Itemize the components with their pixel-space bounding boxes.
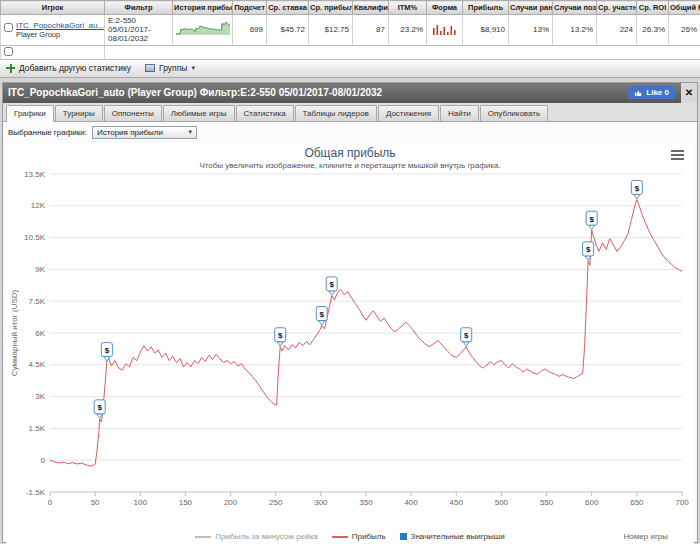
- col-header-avg-stake[interactable]: Ср. ставка: [267, 1, 309, 15]
- empty-row-checkbox[interactable]: [4, 47, 13, 56]
- profit-chart[interactable]: -1.5K01.5K3K4.5K6K7.5K9K10.5K12K13.5K050…: [6, 170, 694, 530]
- profit-sparkline-chart: [176, 21, 230, 36]
- player-detail-panel: ITC_PopochkaGori_auto (Player Group) Фил…: [2, 82, 698, 543]
- row-checkbox[interactable]: [4, 23, 13, 32]
- col-header-total-roi[interactable]: Общий ROI: [669, 1, 700, 15]
- svg-text:500: 500: [495, 498, 509, 507]
- late-cases-cell: 13.2%: [553, 15, 597, 46]
- groups-button[interactable]: Группы ▾: [145, 63, 195, 73]
- legend-item-significant-wins[interactable]: Значительные выигрыши: [400, 532, 505, 541]
- selected-charts-label: Выбранные графики:: [8, 128, 87, 137]
- tab-publish[interactable]: Опубликовать: [480, 105, 548, 121]
- add-icon: [6, 64, 15, 73]
- facebook-like-button[interactable]: Like 0: [628, 86, 675, 99]
- tab-leaderboards[interactable]: Таблицы лидеров: [295, 105, 377, 121]
- svg-text:13.5K: 13.5K: [24, 170, 46, 179]
- profit-cell: $8,910: [463, 15, 509, 46]
- empty-table-row: [1, 45, 700, 59]
- col-header-avg-profit[interactable]: Ср. прибыль: [309, 1, 353, 15]
- svg-text:700: 700: [675, 498, 689, 507]
- filter-cell: E:2-550 05/01/2017- 08/01/2032: [105, 15, 173, 46]
- chart-area: Общая прибыль Чтобы увеличить изображени…: [6, 143, 694, 544]
- svg-text:$: $: [586, 245, 591, 254]
- svg-text:400: 400: [404, 498, 418, 507]
- svg-text:1.5K: 1.5K: [29, 423, 46, 432]
- svg-text:3K: 3K: [35, 392, 45, 401]
- panel-title: ITC_PopochkaGori_auto (Player Group) Фил…: [8, 87, 622, 98]
- svg-text:-1.5K: -1.5K: [26, 487, 46, 496]
- player-link[interactable]: ITC_PopochkaGori_au...: [16, 21, 104, 30]
- chart-select[interactable]: История прибыли ▾: [92, 126, 197, 139]
- chart-subtitle: Чтобы увеличить изображение, кликните и …: [6, 160, 694, 170]
- tab-bar: Графики Турниры Оппоненты Любимые игры С…: [3, 103, 697, 122]
- tab-favorite-games[interactable]: Любимые игры: [163, 105, 235, 121]
- svg-text:$: $: [278, 331, 283, 340]
- col-header-profit[interactable]: Прибыль: [463, 1, 509, 15]
- early-cases-cell: 13%: [509, 15, 553, 46]
- svg-text:650: 650: [630, 498, 644, 507]
- tab-statistics[interactable]: Статистика: [236, 105, 294, 121]
- player-cell: ITC_PopochkaGori_au... Player Group: [1, 15, 105, 46]
- chart-menu-icon[interactable]: [671, 150, 684, 162]
- col-header-itm[interactable]: ITM%: [389, 1, 427, 15]
- like-label: Like 0: [646, 88, 669, 97]
- groups-icon: [145, 64, 155, 72]
- col-header-filter[interactable]: Фильтр: [105, 1, 173, 15]
- svg-text:200: 200: [224, 498, 238, 507]
- svg-text:$: $: [589, 214, 594, 223]
- svg-text:9K: 9K: [35, 264, 45, 273]
- add-statistic-button[interactable]: Добавить другую статистику: [6, 63, 131, 73]
- col-header-profit-history[interactable]: История прибыли: [173, 1, 233, 15]
- table-header-row: Игрок Фильтр История прибыли Подсчет Ср.…: [1, 1, 700, 15]
- form-mini-chart: [432, 23, 458, 35]
- chart-legend: Прибыль за минусом рейка Прибыль Значите…: [6, 530, 694, 544]
- thumbs-up-icon: [634, 88, 643, 97]
- tab-tournaments[interactable]: Турниры: [55, 105, 103, 121]
- groups-label: Группы: [159, 63, 187, 73]
- col-header-player[interactable]: Игрок: [1, 1, 105, 15]
- avg-entrants-cell: 224: [597, 15, 637, 46]
- col-header-qualified[interactable]: Квалифи: [353, 1, 389, 15]
- svg-text:0: 0: [48, 498, 53, 507]
- tab-achievements[interactable]: Достижения: [378, 105, 439, 121]
- svg-text:4.5K: 4.5K: [29, 360, 46, 369]
- qualified-cell: 87: [353, 15, 389, 46]
- legend-item-profit-minus-rake[interactable]: Прибыль за минусом рейка: [195, 532, 317, 541]
- svg-text:7.5K: 7.5K: [29, 296, 46, 305]
- legend-item-profit[interactable]: Прибыль: [332, 532, 386, 541]
- col-header-early-cases[interactable]: Случаи ранн: [509, 1, 553, 15]
- tab-search[interactable]: Найти: [440, 105, 479, 121]
- col-header-count[interactable]: Подсчет: [233, 1, 267, 15]
- svg-text:6K: 6K: [35, 328, 45, 337]
- x-axis-title: Номер игры: [624, 532, 668, 541]
- stats-table: Игрок Фильтр История прибыли Подсчет Ср.…: [0, 0, 700, 60]
- chart-select-value: История прибыли: [97, 128, 163, 137]
- add-statistic-label: Добавить другую статистику: [19, 63, 131, 73]
- table-row: ITC_PopochkaGori_au... Player Group E:2-…: [1, 15, 700, 46]
- profit-history-cell: [173, 15, 233, 46]
- svg-text:250: 250: [269, 498, 283, 507]
- col-header-avg-entrants[interactable]: Ср. участни: [597, 1, 637, 15]
- red-line-swatch: [332, 536, 348, 538]
- svg-text:450: 450: [450, 498, 464, 507]
- total-roi-cell: 26%: [669, 15, 700, 46]
- tab-opponents[interactable]: Оппоненты: [104, 105, 162, 121]
- svg-text:12K: 12K: [31, 201, 46, 210]
- gray-line-swatch: [195, 536, 211, 538]
- col-header-form[interactable]: Форма: [427, 1, 463, 15]
- col-header-late-cases[interactable]: Случаи позд: [553, 1, 597, 15]
- chevron-down-icon: ▾: [191, 64, 195, 72]
- svg-text:100: 100: [134, 498, 148, 507]
- tab-charts[interactable]: Графики: [6, 105, 54, 122]
- svg-text:300: 300: [314, 498, 328, 507]
- close-icon[interactable]: ✕: [681, 83, 697, 103]
- col-header-avg-roi[interactable]: Ср. ROI: [637, 1, 669, 15]
- panel-header: ITC_PopochkaGori_auto (Player Group) Фил…: [3, 83, 697, 103]
- chart-controls: Выбранные графики: История прибыли ▾: [3, 122, 697, 143]
- svg-text:$: $: [635, 184, 640, 193]
- toolbar: Добавить другую статистику Группы ▾: [0, 60, 700, 78]
- avg-profit-cell: $12.75: [309, 15, 353, 46]
- svg-text:550: 550: [540, 498, 554, 507]
- legend-label: Прибыль за минусом рейка: [215, 532, 317, 541]
- svg-text:0: 0: [41, 455, 46, 464]
